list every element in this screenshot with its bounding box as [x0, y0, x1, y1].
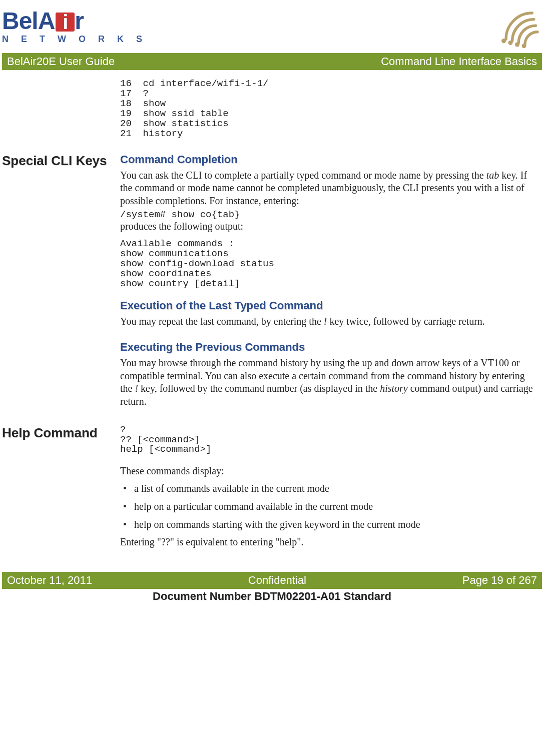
- svg-point-0: [501, 39, 506, 43]
- footer-green-bar: October 11, 2011 Confidential Page 19 of…: [2, 572, 542, 589]
- list-item: help on a particular command available i…: [120, 500, 535, 513]
- logo-brandname: BelAir: [2, 9, 147, 33]
- page-content: 16 cd interface/wifi-1-1/ 17 ? 18 show 1…: [0, 79, 544, 552]
- code-tab-example: /system# show co{tab}: [120, 210, 535, 220]
- para-repeat-last: You may repeat the last command, by ente…: [120, 315, 535, 328]
- para-commands-display: These commands display:: [120, 465, 535, 478]
- para-produces-output: produces the following output:: [120, 220, 535, 233]
- side-heading-special-cli-keys: Special CLI Keys: [2, 153, 116, 169]
- footer-confidential: Confidential: [248, 574, 306, 587]
- para-completion-intro: You can ask the CLI to complete a partia…: [120, 169, 535, 208]
- side-heading-help-command: Help Command: [2, 425, 116, 441]
- svg-point-1: [508, 41, 513, 45]
- heading-execution-last: Execution of the Last Typed Command: [120, 299, 535, 312]
- heading-executing-previous: Executing the Previous Commands: [120, 341, 535, 354]
- para-browse-history: You may browse through the command histo…: [120, 357, 535, 408]
- top-green-bar: BelAir20E User Guide Command Line Interf…: [2, 53, 542, 70]
- tab-key-ref: tab: [486, 170, 499, 181]
- company-logo: BelAir N E T W O R K S: [2, 9, 147, 45]
- code-available-commands: Available commands : show communications…: [120, 239, 535, 289]
- page-header: BelAir N E T W O R K S: [0, 0, 544, 49]
- chapter-title: Command Line Interface Basics: [381, 55, 537, 68]
- history-cmd-ref: history: [380, 383, 408, 394]
- para-double-qmark: Entering "??" is equivalent to entering …: [120, 536, 535, 549]
- list-item: a list of commands available in the curr…: [120, 482, 535, 495]
- arcs-icon: [497, 4, 542, 49]
- svg-point-2: [515, 43, 519, 47]
- help-bullet-list: a list of commands available in the curr…: [120, 482, 535, 531]
- logo-red-i-icon: i: [56, 13, 75, 32]
- guide-title: BelAir20E User Guide: [7, 55, 115, 68]
- logo-subtext: N E T W O R K S: [2, 34, 147, 45]
- footer-page-number: Page 19 of 267: [462, 574, 537, 587]
- heading-command-completion: Command Completion: [120, 153, 535, 166]
- document-number: Document Number BDTM02201-A01 Standard: [0, 590, 544, 603]
- list-item: help on commands starting with the given…: [120, 518, 535, 531]
- footer-date: October 11, 2011: [7, 574, 92, 587]
- history-output-code: 16 cd interface/wifi-1-1/ 17 ? 18 show 1…: [120, 79, 535, 139]
- svg-point-3: [522, 44, 526, 48]
- code-help-syntax: ? ?? [<command>] help [<command>]: [120, 425, 535, 455]
